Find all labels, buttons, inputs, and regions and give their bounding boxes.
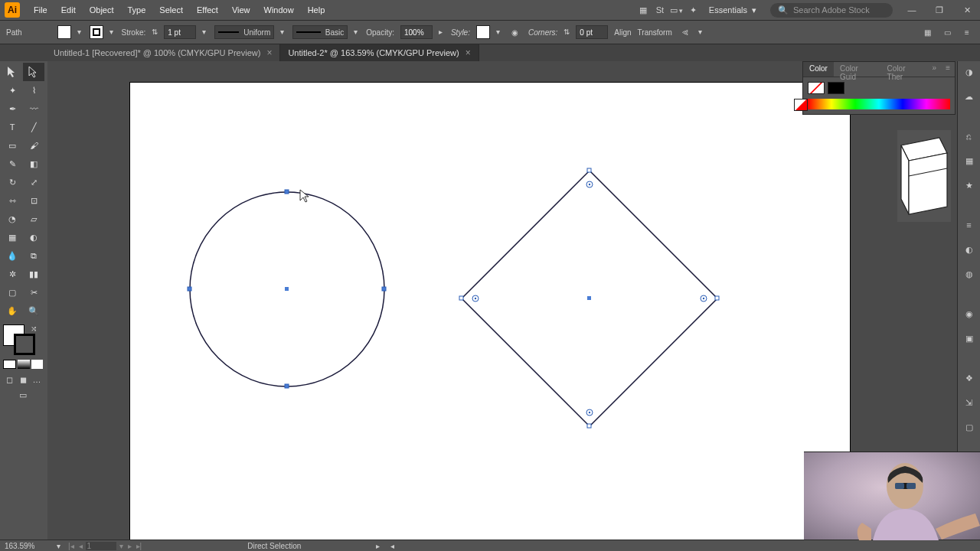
selection-tool[interactable] <box>2 63 23 81</box>
align-label[interactable]: Align <box>614 28 631 37</box>
blend-tool[interactable]: ⧉ <box>23 246 44 265</box>
rotate-tool[interactable]: ↻ <box>2 173 23 191</box>
panel-menu-icon[interactable]: ≡ <box>941 62 955 77</box>
minimize-button[interactable]: — <box>903 3 920 17</box>
appearance-panel-icon[interactable]: ◉ <box>962 306 977 321</box>
graphic-styles-panel-icon[interactable]: ▣ <box>962 331 977 346</box>
scale-tool[interactable]: ⤢ <box>23 173 44 191</box>
mesh-tool[interactable]: ▦ <box>2 228 23 246</box>
width-tool[interactable]: ⇿ <box>2 191 23 210</box>
gpu-icon[interactable]: ✦ <box>686 2 701 18</box>
corners-input[interactable] <box>576 25 608 39</box>
transparency-panel-icon[interactable]: ◍ <box>962 266 977 282</box>
doc-tab-2[interactable]: Untitled-2* @ 163.59% (CMYK/GPU Preview)… <box>280 44 479 61</box>
stroke-mini-swatch[interactable] <box>828 82 844 94</box>
brush-dropdown[interactable]: Basic <box>292 25 348 39</box>
color-guide-tab[interactable]: Color Guid <box>834 62 881 77</box>
eyedropper-tool[interactable]: 💧 <box>2 246 23 265</box>
search-icon: 🔍 <box>778 5 789 15</box>
zoom-level[interactable]: 163.59% <box>5 542 51 550</box>
svg-rect-7 <box>587 424 591 428</box>
artboard-tool[interactable]: ▢ <box>2 283 23 302</box>
prefs-icon[interactable]: ≡ <box>960 25 974 39</box>
line-tool[interactable]: ╱ <box>23 118 44 136</box>
graph-tool[interactable]: ▮▮ <box>23 265 44 283</box>
properties-panel-icon[interactable]: ◑ <box>962 64 977 80</box>
asset-export-panel-icon[interactable]: ⇲ <box>962 395 977 410</box>
menu-window[interactable]: Window <box>258 2 300 18</box>
fill-swatch[interactable] <box>57 25 71 39</box>
doc-setup-icon[interactable]: ▭ <box>940 25 954 39</box>
svg-rect-5 <box>587 168 591 172</box>
menu-view[interactable]: View <box>226 2 256 18</box>
color-spectrum[interactable] <box>808 99 950 109</box>
transform-label[interactable]: Transform <box>638 28 672 37</box>
stroke-panel-icon[interactable]: ≡ <box>962 217 977 233</box>
direct-selection-tool[interactable] <box>23 63 44 81</box>
menu-select[interactable]: Select <box>153 2 189 18</box>
shaper-tool[interactable]: ✎ <box>2 155 23 173</box>
svg-rect-20 <box>895 483 904 489</box>
brushes-panel-icon[interactable]: ⎌ <box>962 129 977 144</box>
libraries-panel-icon[interactable]: ☁ <box>962 89 977 104</box>
artboards-panel-icon[interactable]: ▢ <box>962 419 977 435</box>
lasso-tool[interactable]: ⌇ <box>23 81 44 99</box>
stroke-swatch[interactable] <box>90 25 103 39</box>
collapse-icon[interactable]: » <box>928 62 942 77</box>
width-profile-dropdown[interactable]: Uniform <box>214 25 274 39</box>
gradient-panel-icon[interactable]: ◐ <box>962 242 977 257</box>
symbol-sprayer-tool[interactable]: ✲ <box>2 265 23 283</box>
bridge-icon[interactable]: ▦ <box>635 2 651 18</box>
style-label: Style: <box>451 28 470 37</box>
type-tool[interactable]: T <box>2 118 23 136</box>
menu-type[interactable]: Type <box>122 2 152 18</box>
eraser-tool[interactable]: ◧ <box>23 155 44 173</box>
screen-mode-row[interactable]: ◻◼… <box>2 372 44 387</box>
menu-object[interactable]: Object <box>83 2 120 18</box>
rectangle-tool[interactable]: ▭ <box>2 136 23 155</box>
style-swatch[interactable] <box>476 25 490 39</box>
properties-thumbnail[interactable] <box>897 130 951 222</box>
restore-button[interactable]: ❐ <box>931 3 948 17</box>
symbols-panel-icon[interactable]: ★ <box>962 178 977 193</box>
paintbrush-tool[interactable]: 🖌 <box>23 136 44 155</box>
menu-effect[interactable]: Effect <box>191 2 224 18</box>
menu-help[interactable]: Help <box>302 2 332 18</box>
doc-tab-1[interactable]: Untitled-1 [Recovered]* @ 100% (CMYK/GPU… <box>46 44 280 61</box>
close-icon[interactable]: × <box>466 47 471 58</box>
slice-tool[interactable]: ✂ <box>23 283 44 302</box>
menu-edit[interactable]: Edit <box>55 2 82 18</box>
stroke-weight-input[interactable] <box>164 25 196 39</box>
gradient-tool[interactable]: ◐ <box>23 228 44 246</box>
hand-tool[interactable]: ✋ <box>2 302 23 320</box>
menu-file[interactable]: File <box>28 2 54 18</box>
edit-toolbar-icon[interactable]: ▭ <box>2 387 44 403</box>
close-icon[interactable]: × <box>266 47 272 58</box>
search-stock-input[interactable]: 🔍 Search Adobe Stock <box>770 3 893 18</box>
fill-stroke-indicator[interactable]: ⤭ <box>3 324 44 355</box>
color-themes-tab[interactable]: Color Ther <box>881 62 928 77</box>
close-button[interactable]: ✕ <box>959 3 975 17</box>
fill-none-swatch[interactable] <box>808 82 825 94</box>
magic-wand-tool[interactable]: ✦ <box>2 81 23 99</box>
recolor-icon[interactable]: ◉ <box>508 25 522 39</box>
color-tab[interactable]: Color <box>803 62 834 77</box>
artboard-navigator[interactable]: |◂◂ 1▾ ▸▸| <box>67 542 143 550</box>
arrange-docs-icon[interactable]: ▭ <box>669 2 684 18</box>
opacity-input[interactable] <box>400 25 433 39</box>
swatches-panel-icon[interactable]: ▦ <box>962 153 977 168</box>
pen-tool[interactable]: ✒ <box>2 99 23 118</box>
artboard[interactable] <box>130 83 850 540</box>
shape-builder-tool[interactable]: ◔ <box>2 210 23 228</box>
menu-bar: Ai File Edit Object Type Select Effect V… <box>0 0 980 20</box>
workspace-switcher[interactable]: Essentials▾ <box>703 3 763 18</box>
curvature-tool[interactable]: 〰 <box>23 99 44 118</box>
snap-pixel-icon[interactable]: ▦ <box>920 25 934 39</box>
free-transform-tool[interactable]: ⊡ <box>23 191 44 210</box>
zoom-tool[interactable]: 🔍 <box>23 302 44 320</box>
perspective-tool[interactable]: ▱ <box>23 210 44 228</box>
isolate-icon[interactable]: ⫷ <box>678 25 692 39</box>
stock-icon[interactable]: St <box>652 2 668 18</box>
color-mode-row[interactable] <box>2 360 44 372</box>
layers-panel-icon[interactable]: ❖ <box>962 370 977 386</box>
